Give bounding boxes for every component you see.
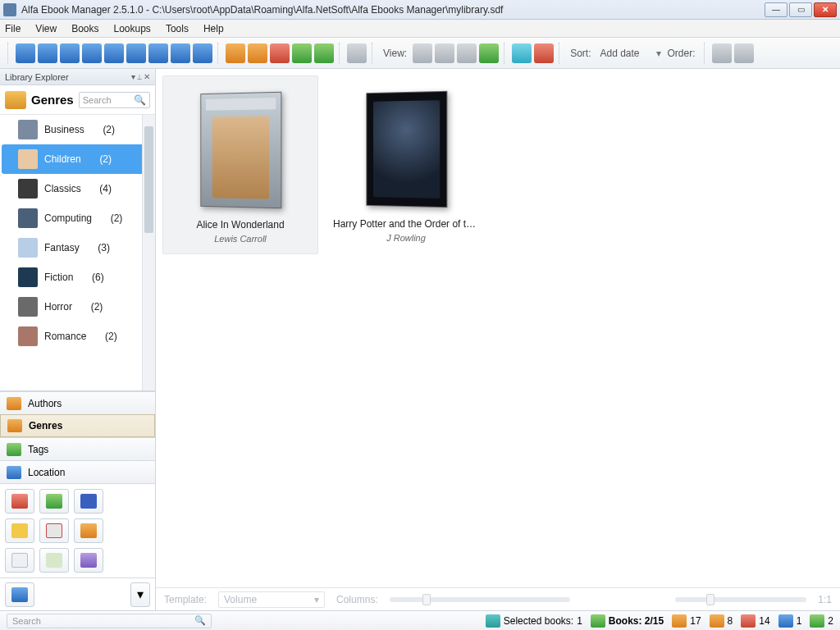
view-thumbs-icon[interactable] xyxy=(457,43,477,63)
update-file-icon[interactable] xyxy=(148,43,168,63)
nav-tab-location[interactable]: Location xyxy=(0,460,155,483)
count-value: 14 xyxy=(759,615,769,627)
genres-count-status: 8 xyxy=(710,614,733,628)
book-cover xyxy=(200,92,281,208)
genre-item-classics[interactable]: Classics (4) xyxy=(0,174,155,203)
pin-icon[interactable]: ⟂ xyxy=(137,72,142,81)
book-author: J Rowling xyxy=(333,233,479,243)
star-button[interactable] xyxy=(5,518,34,543)
genres-search-input[interactable]: Search 🔍 xyxy=(79,92,150,108)
genre-thumb-icon xyxy=(18,297,38,317)
slider-knob[interactable] xyxy=(706,594,714,605)
menu-books[interactable]: Books xyxy=(71,23,98,34)
menu-file[interactable]: File xyxy=(5,23,21,34)
menu-lookups[interactable]: Lookups xyxy=(114,23,151,34)
count-value: 8 xyxy=(728,615,733,627)
view-list-icon[interactable] xyxy=(413,43,432,63)
status-bar: Search 🔍 Selected books: 1 Books: 2/15 1… xyxy=(0,610,840,630)
book-card-icon[interactable] xyxy=(104,43,124,63)
columns-slider[interactable] xyxy=(390,597,570,602)
tags-icon[interactable] xyxy=(314,43,334,63)
nav-tab-genres[interactable]: Genres xyxy=(0,414,155,437)
sort-value-dropdown[interactable]: Add date xyxy=(596,48,654,59)
genre-item-fiction[interactable]: Fiction (6) xyxy=(0,262,155,292)
zoom-ratio: 1:1 xyxy=(818,594,832,605)
view-detail-icon[interactable] xyxy=(435,43,454,63)
panel-icon[interactable] xyxy=(734,43,754,63)
search-icon[interactable]: 🔍 xyxy=(134,94,146,106)
library-button[interactable] xyxy=(39,489,69,514)
genre-name: Classics xyxy=(44,183,81,194)
genre-item-romance[interactable]: Romance (2) xyxy=(0,322,155,351)
genre-count: (2) xyxy=(105,331,117,342)
maximize-button[interactable]: ▭ xyxy=(789,2,812,17)
sort-label: Sort: xyxy=(567,48,594,59)
count-value: 17 xyxy=(690,615,701,627)
remove-books-icon[interactable] xyxy=(193,43,212,63)
layout-icon[interactable] xyxy=(712,43,732,63)
delete-book-icon[interactable] xyxy=(171,43,190,63)
print-icon[interactable] xyxy=(347,43,367,63)
book-title: Alice In Wonderland xyxy=(168,219,313,231)
clear-filter-icon[interactable] xyxy=(534,43,554,63)
genre-item-fantasy[interactable]: Fantasy (3) xyxy=(0,233,155,262)
authors-icon[interactable] xyxy=(226,43,245,63)
nav-tab-authors[interactable]: Authors xyxy=(0,391,155,414)
status-search-input[interactable]: Search 🔍 xyxy=(7,614,212,628)
genres-icon[interactable] xyxy=(248,43,267,63)
calendar-button[interactable] xyxy=(39,518,69,543)
nav-label: Genres xyxy=(29,420,62,431)
main-toolbar: View: Sort: Add date ▾ Order: xyxy=(0,38,840,69)
book-card-alice[interactable]: Alice In Wonderland Lewis Carroll xyxy=(162,75,318,254)
favorites-button[interactable] xyxy=(5,489,34,514)
document-icon xyxy=(11,553,28,568)
genre-thumb-icon xyxy=(18,179,38,199)
home-icon xyxy=(11,587,28,602)
edit-book-icon[interactable] xyxy=(82,43,102,63)
add-ebook-icon[interactable] xyxy=(38,43,57,63)
more-button[interactable]: ▾ xyxy=(130,582,150,607)
menu-view[interactable]: View xyxy=(35,23,57,34)
database-button[interactable] xyxy=(74,548,103,573)
publishers-icon[interactable] xyxy=(270,43,290,63)
tags-nav-icon xyxy=(7,443,21,456)
genre-item-computing[interactable]: Computing (2) xyxy=(0,203,155,233)
font-button[interactable] xyxy=(74,489,103,514)
view-covers-icon[interactable] xyxy=(479,43,499,63)
heart-icon xyxy=(11,494,28,509)
dropdown-icon[interactable]: ▾ xyxy=(131,72,135,81)
books-count-status: Books: 2/15 xyxy=(591,614,664,628)
genre-item-business[interactable]: Business (2) xyxy=(0,115,155,144)
genre-item-children[interactable]: Children (2) xyxy=(2,144,153,174)
clock-button[interactable] xyxy=(39,548,69,573)
book-card-harry-potter[interactable]: Harry Potter and the Order of the Ph... … xyxy=(328,75,484,253)
genre-name: Computing xyxy=(44,212,92,224)
window-title: Alfa Ebook Manager 2.5.1.0 - C:\Users\ro… xyxy=(21,4,763,16)
home-button[interactable] xyxy=(5,582,34,607)
nav-tab-tags[interactable]: Tags xyxy=(0,437,155,460)
sort-chevron-icon[interactable]: ▾ xyxy=(656,48,661,59)
genre-item-horror[interactable]: Horror (2) xyxy=(0,292,155,322)
zoom-slider[interactable] xyxy=(675,597,806,602)
template-dropdown[interactable]: Volume▾ xyxy=(218,591,325,608)
genre-scrollbar[interactable] xyxy=(142,115,155,390)
add-book-icon[interactable] xyxy=(16,43,35,63)
explorer-header: Library Explorer ▾ ⟂ ✕ xyxy=(0,69,155,85)
genre-name: Horror xyxy=(44,301,72,313)
slider-knob[interactable] xyxy=(422,594,431,605)
package-button[interactable] xyxy=(74,518,103,543)
close-button[interactable]: ✕ xyxy=(814,2,837,17)
document-button[interactable] xyxy=(5,548,34,573)
menu-help[interactable]: Help xyxy=(203,23,224,34)
scroll-thumb[interactable] xyxy=(144,126,153,233)
genre-count: (6) xyxy=(92,272,104,283)
series-icon[interactable] xyxy=(292,43,312,63)
scan-folder-icon[interactable] xyxy=(60,43,80,63)
update-web-icon[interactable] xyxy=(126,43,146,63)
minimize-button[interactable]: — xyxy=(765,2,788,17)
menu-tools[interactable]: Tools xyxy=(166,23,189,34)
close-panel-icon[interactable]: ✕ xyxy=(144,72,150,81)
selected-count: 1 xyxy=(577,615,582,627)
genre-list: Business (2) Children (2) Classics (4) C… xyxy=(0,115,155,391)
refresh-icon[interactable] xyxy=(512,43,532,63)
